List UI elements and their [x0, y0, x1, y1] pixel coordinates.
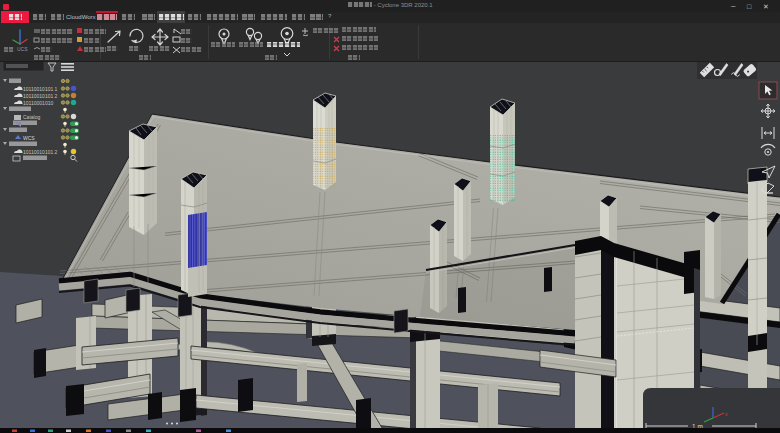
svg-text:10110010101 2: 10110010101 2 — [23, 93, 58, 99]
svg-text:WCS: WCS — [23, 135, 35, 141]
svg-text:10110010101 1: 10110010101 1 — [23, 86, 58, 92]
svg-text:Catalog: Catalog — [23, 114, 40, 120]
svg-text:10110001010: 10110001010 — [23, 100, 53, 106]
svg-text:10110010101 2: 10110010101 2 — [23, 149, 58, 155]
